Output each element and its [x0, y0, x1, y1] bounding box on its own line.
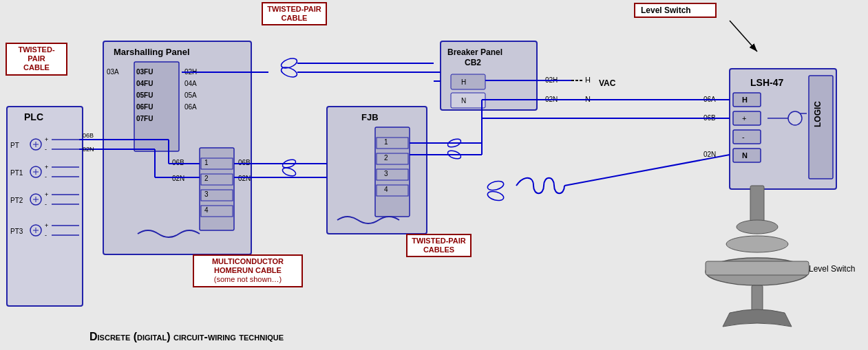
- fjb-term-2: 2: [384, 154, 388, 162]
- level-switch-top-label: Level Switch: [634, 3, 717, 18]
- pt2-label: PT2: [10, 197, 23, 204]
- svg-point-92: [737, 220, 778, 234]
- fuse-04fu: 04FU: [136, 80, 153, 87]
- svg-text:+: +: [45, 191, 48, 198]
- term-2-marsh: 2: [204, 175, 209, 182]
- twisted-pair-cable-top-label: TWISTED-PAIRCABLE: [262, 2, 327, 25]
- breaker-cb2-label: CB2: [465, 58, 481, 67]
- svg-rect-52: [733, 111, 761, 125]
- pt-label: PT: [10, 142, 19, 149]
- wire-04a-marsh: 04A: [184, 80, 197, 87]
- fjb-term-4: 4: [384, 186, 388, 193]
- wire-02n-marsh-left: 02N: [172, 175, 184, 182]
- svg-text:-: -: [45, 201, 47, 208]
- svg-text:+: +: [45, 222, 48, 229]
- svg-point-93: [726, 236, 788, 252]
- svg-rect-40: [451, 74, 485, 89]
- wire-06a-marsh: 06A: [184, 103, 197, 111]
- wire-06b-plc: 06B: [83, 132, 94, 139]
- fuse-03fu: 03FU: [136, 68, 153, 76]
- wire-06b-marsh-right: 06B: [238, 159, 251, 166]
- lsh-minus: -: [742, 133, 745, 141]
- svg-text:+: +: [45, 164, 48, 171]
- svg-text:-: -: [45, 146, 47, 153]
- svg-rect-53: [733, 130, 761, 144]
- diagram: PLC PT + - PT1 + - PT2 + - PT3 + - Marsh…: [0, 0, 868, 350]
- wire-06b-marsh-left: 06B: [172, 159, 184, 166]
- svg-text:+: +: [45, 136, 48, 143]
- breaker-n: N: [461, 97, 466, 105]
- lsh-label: LSH-47: [750, 77, 783, 88]
- fuse-07fu: 07FU: [136, 115, 153, 122]
- wire-02n-plc: 02N: [83, 146, 94, 153]
- pt3-label: PT3: [10, 228, 23, 235]
- wiring-diagram: PLC PT + - PT1 + - PT2 + - PT3 + - Marsh…: [0, 0, 868, 350]
- svg-point-59: [788, 111, 802, 125]
- fuse-06fu: 06FU: [136, 103, 153, 111]
- svg-rect-96: [752, 285, 763, 313]
- breaker-h: H: [461, 78, 466, 86]
- term-4-marsh: 4: [204, 206, 209, 214]
- fjb-label: FJB: [361, 112, 379, 122]
- vac-label: VAC: [599, 78, 616, 88]
- h-label: H: [585, 76, 591, 84]
- svg-rect-41: [451, 93, 485, 108]
- svg-text:-: -: [45, 232, 47, 239]
- lsh-h: H: [742, 96, 748, 104]
- lsh-plus: +: [742, 114, 746, 122]
- wire-02n-marsh-right: 02N: [238, 175, 251, 182]
- plc-label: PLC: [24, 111, 43, 122]
- fuse-03a: 03A: [107, 68, 119, 76]
- svg-text:-: -: [45, 173, 47, 180]
- svg-rect-45: [375, 127, 410, 217]
- term-1-marsh: 1: [204, 159, 209, 166]
- fuse-05fu: 05FU: [136, 91, 153, 99]
- diagram-title: Discrete (digital) circuit-wiring techni…: [89, 331, 284, 342]
- breaker-panel-label: Breaker Panel: [447, 47, 502, 57]
- level-switch-right-label: Level Switch: [809, 264, 855, 274]
- twisted-pair-cable-left-label: TWISTED-PAIRCABLE: [6, 43, 67, 76]
- fjb-term-1: 1: [384, 138, 388, 146]
- logic-label: LOGIC: [813, 101, 823, 127]
- multiconductor-label: MULTICONDUCTORHOMERUN CABLE(some not sho…: [193, 254, 303, 287]
- twisted-pair-cables-bottom-label: TWISTED-PAIRCABLES: [406, 234, 472, 257]
- term-3-marsh: 3: [204, 190, 209, 198]
- fjb-term-3: 3: [384, 170, 388, 177]
- marshalling-panel-label: Marshalling Panel: [114, 47, 190, 57]
- lsh-n: N: [742, 151, 748, 160]
- svg-rect-95: [706, 261, 809, 275]
- pt1-label: PT1: [10, 169, 23, 177]
- wire-05a-marsh: 05A: [184, 91, 197, 99]
